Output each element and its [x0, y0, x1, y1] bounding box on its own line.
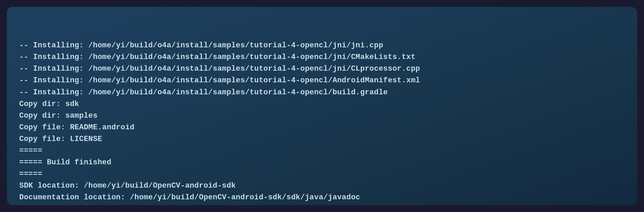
terminal-line: -- Installing: /home/yi/build/o4a/instal… [19, 63, 625, 75]
terminal-line: Copy dir: sdk [19, 98, 625, 110]
terminal-line: ===== Build finished [19, 157, 625, 168]
terminal-window: -- Installing: /home/yi/build/o4a/instal… [7, 7, 637, 205]
terminal-line: SDK location: /home/yi/build/OpenCV-andr… [19, 180, 625, 192]
terminal-line: ===== [19, 145, 625, 157]
terminal-line: -- Installing: /home/yi/build/o4a/instal… [19, 87, 625, 98]
terminal-output: -- Installing: /home/yi/build/o4a/instal… [19, 16, 625, 204]
terminal-line: Copy file: README.android [19, 122, 625, 133]
terminal-line: Copy file: LICENSE [19, 133, 625, 145]
terminal-line: ===== [19, 168, 625, 180]
terminal-line: Copy dir: samples [19, 110, 625, 122]
terminal-line: -- Installing: /home/yi/build/o4a/instal… [19, 75, 625, 86]
terminal-line: Documentation location: /home/yi/build/O… [19, 192, 625, 203]
terminal-line: -- Installing: /home/yi/build/o4a/instal… [19, 40, 625, 51]
terminal-line: -- Installing: /home/yi/build/o4a/instal… [19, 51, 625, 63]
